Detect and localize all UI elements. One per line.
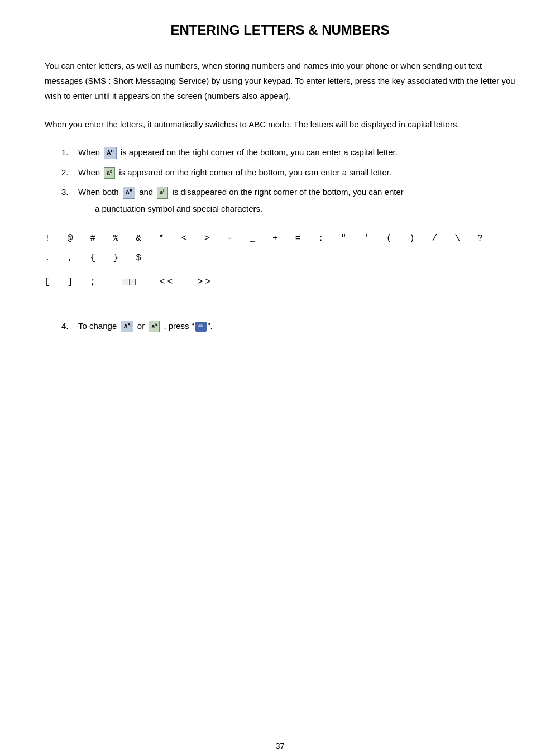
list-item-4-wrapper: 4. To change AB or ab , press “”. bbox=[45, 319, 515, 333]
or-text: or bbox=[137, 321, 145, 331]
page-footer: 37 bbox=[0, 737, 560, 755]
main-list: 1. When AB is appeared on the right corn… bbox=[61, 145, 515, 216]
list-number-2: 2. bbox=[61, 165, 78, 180]
char-squares bbox=[122, 279, 136, 285]
special-chars-text-2: [ ] ; << >> bbox=[45, 277, 213, 287]
list-content-2: When ab is appeared on the right corner … bbox=[78, 165, 515, 180]
capital-badge-1: AB bbox=[104, 147, 116, 159]
list-number-1: 1. bbox=[61, 145, 78, 160]
special-chars-text-1: ! @ # % & * < > - _ + = : " ' ( ) / \ ? … bbox=[45, 233, 493, 263]
special-chars-section: ! @ # % & * < > - _ + = : " ' ( ) / \ ? … bbox=[45, 229, 515, 293]
list-item-2: 2. When ab is appeared on the right corn… bbox=[61, 165, 515, 180]
list-number-4: 4. bbox=[61, 319, 78, 333]
page-number: 37 bbox=[276, 742, 285, 751]
list-item-1: 1. When AB is appeared on the right corn… bbox=[61, 145, 515, 160]
pencil-icon bbox=[195, 322, 207, 332]
page-content: ENTERING LETTERS & NUMBERS You can enter… bbox=[0, 0, 560, 737]
special-chars-line-1: ! @ # % & * < > - _ + = : " ' ( ) / \ ? … bbox=[45, 229, 515, 268]
list-number-3: 3. bbox=[61, 185, 78, 199]
list-content-3: When both AB and ab is disappeared on th… bbox=[78, 185, 515, 216]
list-4: 4. To change AB or ab , press “”. bbox=[61, 319, 515, 333]
capital-badge-2: AB bbox=[123, 187, 135, 198]
char-square-1 bbox=[122, 279, 128, 285]
char-square-2 bbox=[129, 279, 136, 285]
special-chars-line-2: [ ] ; << >> bbox=[45, 273, 515, 292]
small-badge-1: ab bbox=[104, 167, 115, 179]
capital-badge-3: AB bbox=[121, 321, 133, 332]
page-title: ENTERING LETTERS & NUMBERS bbox=[45, 22, 515, 38]
paragraph-1: You can enter letters, as well as number… bbox=[45, 58, 515, 103]
paragraph-2: When you enter the letters, it automatic… bbox=[45, 117, 515, 132]
list-item-4: 4. To change AB or ab , press “”. bbox=[61, 319, 515, 333]
small-badge-3: ab bbox=[149, 321, 160, 332]
list-item-3: 3. When both AB and ab is disappeared on… bbox=[61, 185, 515, 216]
list-item-3-continuation: a punctuation symbol and special charact… bbox=[95, 202, 515, 216]
list-content-1: When AB is appeared on the right corner … bbox=[78, 145, 515, 160]
list-content-4: To change AB or ab , press “”. bbox=[78, 319, 515, 333]
small-badge-2: ab bbox=[157, 187, 168, 198]
